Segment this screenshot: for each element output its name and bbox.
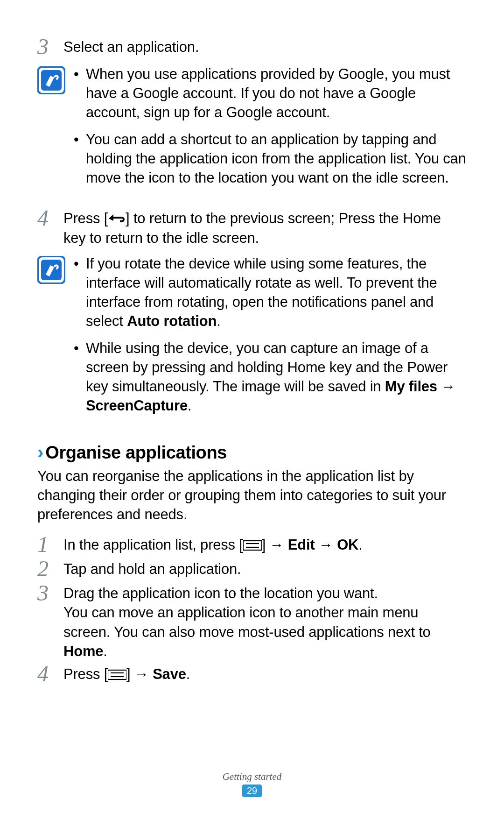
bullet-dot: • [74,130,86,149]
bullet-dot: • [74,64,86,84]
step-text: Tap and hold an application. [63,559,467,579]
section-heading: › Organise applications [37,442,467,463]
text-fragment: . [103,643,107,659]
back-icon [108,210,126,222]
bullet-text: While using the device, you can capture … [86,339,467,416]
bold-text: Home [63,643,103,659]
text-fragment: . [188,397,191,414]
menu-icon [243,537,262,548]
step-text: Press [] → Save. [63,664,467,684]
text-fragment: ] → [262,537,288,553]
note-block: • When you use applications provided by … [37,64,467,195]
bullet-dot: • [74,254,86,273]
text-fragment: Press [ [63,210,108,226]
menu-icon [108,666,126,677]
manual-page: 3 Select an application. • When you use … [0,0,504,827]
note-block: • If you rotate the device while using s… [37,254,467,423]
org-step-1: 1 In the application list, press [] → Ed… [37,535,467,556]
note-icon [37,66,65,94]
step-number: 4 [37,663,63,685]
section-intro: You can reorganise the applications in t… [37,467,467,524]
text-fragment: → [315,537,337,553]
chevron-icon: › [37,442,43,463]
bullet-text: When you use applications provided by Go… [86,64,467,122]
text-fragment: . [358,537,362,553]
text-fragment: Press [ [63,666,108,682]
step-number: 3 [37,582,63,604]
org-step-3: 3 Drag the application icon to the locat… [37,584,467,661]
svg-rect-7 [108,670,126,679]
bullet-item: • You can add a shortcut to an applicati… [74,130,467,188]
bullet-text: If you rotate the device while using som… [86,254,467,331]
note-icon [37,256,65,284]
bullet-item: • When you use applications provided by … [74,64,467,122]
page-number-badge: 29 [242,785,262,797]
svg-rect-4 [243,541,262,550]
step-text: Select an application. [63,37,467,57]
step-number: 2 [37,558,63,580]
bullet-text: You can add a shortcut to an application… [86,130,467,188]
bold-text: Edit [288,537,315,553]
text-fragment: You can move an application icon to anot… [63,604,431,640]
bullet-item: • While using the device, you can captur… [74,339,467,416]
text-line: You can move an application icon to anot… [63,603,467,661]
heading-text: Organise applications [45,443,227,463]
step-3: 3 Select an application. [37,37,467,58]
bold-text: OK [337,537,358,553]
step-number: 3 [37,35,63,58]
bullet-dot: • [74,339,86,358]
bullet-item: • If you rotate the device while using s… [74,254,467,331]
bullet-list: • When you use applications provided by … [74,64,467,195]
step-text: Press [] to return to the previous scree… [63,209,467,247]
bullet-list: • If you rotate the device while using s… [74,254,467,423]
text-fragment: . [217,313,220,329]
bold-text: Save [153,666,186,682]
org-step-2: 2 Tap and hold an application. [37,559,467,580]
footer-section-label: Getting started [0,771,504,783]
text-fragment: ] → [126,666,153,682]
step-number: 4 [37,207,63,229]
text-fragment: . [186,666,190,682]
step-text: Drag the application icon to the locatio… [63,584,467,661]
org-step-4: 4 Press [] → Save. [37,664,467,685]
bold-text: Auto rotation [127,313,217,329]
step-text: In the application list, press [] → Edit… [63,535,467,554]
text-line: Drag the application icon to the locatio… [63,584,467,603]
page-footer: Getting started 29 [0,771,504,797]
step-number: 1 [37,533,63,556]
text-fragment: In the application list, press [ [63,537,243,553]
step-4: 4 Press [] to return to the previous scr… [37,209,467,247]
